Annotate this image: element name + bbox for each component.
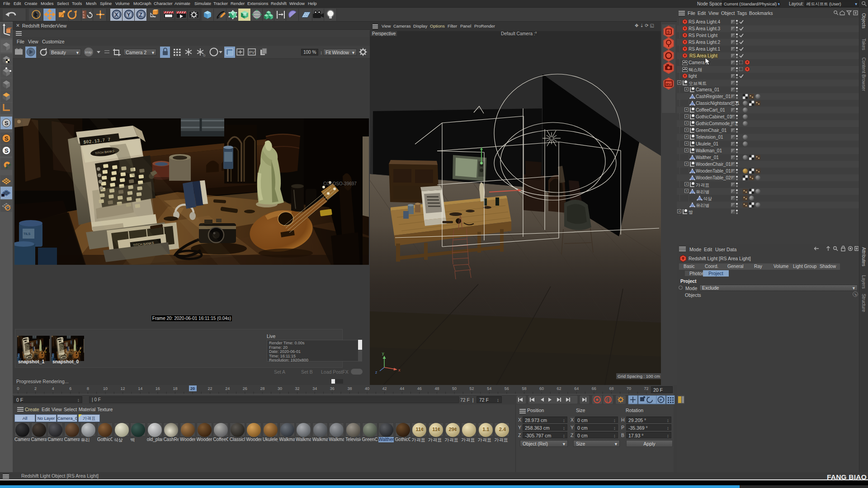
- svg-text:42: 42: [382, 386, 387, 391]
- svg-text:8: 8: [87, 386, 89, 391]
- svg-text:P: P: [660, 398, 662, 402]
- svg-text:PV: PV: [249, 50, 255, 55]
- svg-text:S: S: [667, 30, 670, 34]
- svg-text:38: 38: [347, 386, 352, 391]
- svg-text:16: 16: [156, 386, 160, 391]
- svg-text:56: 56: [505, 386, 509, 391]
- svg-text:30: 30: [278, 386, 282, 391]
- svg-text:52: 52: [470, 386, 474, 391]
- svg-text:70: 70: [627, 386, 631, 391]
- svg-text:0: 0: [17, 386, 19, 391]
- svg-text:COLOSO-39697: COLOSO-39697: [46, 347, 49, 347]
- svg-text:z: z: [375, 370, 377, 375]
- svg-text:68: 68: [609, 386, 613, 391]
- svg-text:54: 54: [487, 386, 491, 391]
- svg-text:14: 14: [138, 386, 142, 391]
- svg-text:58: 58: [522, 386, 526, 391]
- svg-text:40: 40: [365, 386, 369, 391]
- svg-text:4: 4: [52, 386, 54, 391]
- svg-text:COLOSO-39697: COLOSO-39697: [323, 181, 357, 186]
- svg-text:36: 36: [330, 386, 335, 391]
- svg-text:snap: snap: [85, 51, 92, 54]
- svg-text:20: 20: [190, 386, 195, 391]
- svg-text:TILS: TILS: [52, 355, 53, 356]
- svg-text:32: 32: [295, 386, 300, 391]
- svg-text:G: G: [203, 54, 205, 57]
- svg-text:64: 64: [574, 386, 579, 391]
- svg-text:COLOSO-39697: COLOSO-39697: [80, 347, 83, 347]
- svg-text:72: 72: [644, 386, 649, 391]
- svg-text:S: S: [5, 120, 9, 127]
- svg-text:x: x: [398, 368, 401, 372]
- svg-text:44: 44: [400, 386, 404, 391]
- svg-text:22: 22: [208, 386, 212, 391]
- svg-text:60: 60: [539, 386, 544, 391]
- svg-text:2: 2: [34, 386, 37, 391]
- svg-text:48: 48: [434, 386, 439, 391]
- svg-text:24: 24: [225, 386, 230, 391]
- svg-text:28: 28: [260, 386, 264, 391]
- svg-text:34: 34: [312, 386, 317, 391]
- svg-text:6: 6: [69, 386, 71, 391]
- svg-text:X: X: [115, 12, 118, 18]
- svg-text:TILS: TILS: [24, 232, 30, 235]
- svg-text:Z: Z: [139, 12, 142, 18]
- svg-text:62: 62: [557, 386, 561, 391]
- svg-text:26: 26: [243, 386, 247, 391]
- svg-text:y: y: [382, 351, 384, 356]
- svg-text:66: 66: [592, 386, 596, 391]
- svg-text:Y: Y: [127, 12, 131, 18]
- svg-text:S: S: [5, 147, 9, 154]
- svg-text:S: S: [5, 135, 9, 142]
- svg-text:10: 10: [103, 386, 108, 391]
- svg-text:RV: RV: [666, 82, 671, 86]
- svg-text:12: 12: [121, 386, 125, 391]
- svg-text:18: 18: [173, 386, 177, 391]
- svg-text:50: 50: [452, 386, 457, 391]
- svg-text:46: 46: [417, 386, 422, 391]
- svg-text:( ): ( ): [606, 398, 610, 402]
- svg-text:R: R: [83, 16, 85, 19]
- svg-text:TILS: TILS: [18, 355, 19, 356]
